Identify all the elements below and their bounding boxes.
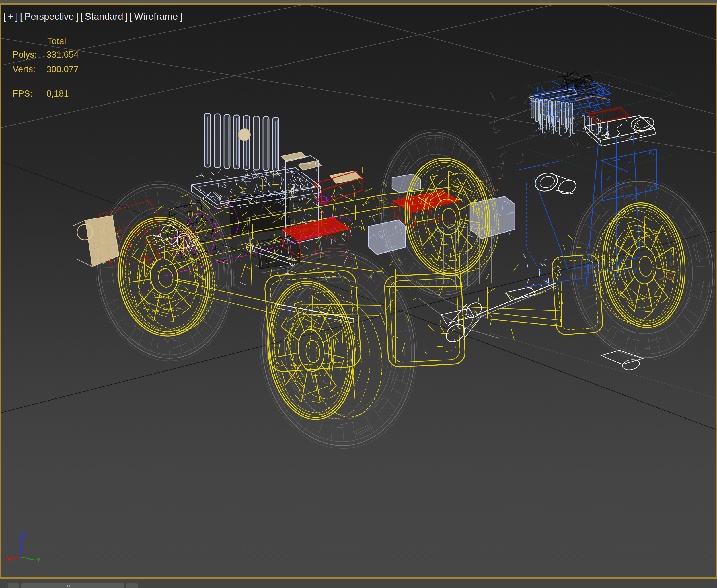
svg-text:X: X (6, 555, 11, 563)
svg-text:Y: Y (36, 556, 41, 564)
svg-text:Z: Z (21, 530, 25, 538)
